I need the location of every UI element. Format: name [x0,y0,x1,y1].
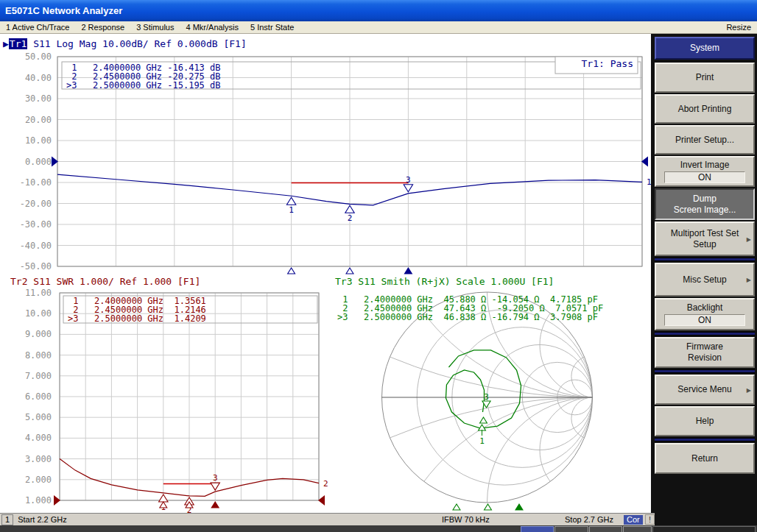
softkey-separator [655,369,755,373]
tr2-y-label: 4.000 [6,433,52,443]
softkey-separator [655,438,755,441]
taskbar-segment[interactable] [623,526,652,532]
tr1-y-label: 40.00 [6,73,52,83]
active-trace-arrow-icon: ▶ [3,38,9,49]
tr2-y-label: 6.000 [6,391,52,402]
window-titlebar[interactable]: E5071C Network Analyzer [0,0,757,21]
tr1-y-label: -30.00 [6,219,52,230]
menu-mkr-analysis[interactable]: 4 Mkr/Analysis [180,23,244,32]
tr2-y-label: 11.00 [6,288,52,298]
softkey-help[interactable]: Help [655,406,755,436]
softkey-backlight[interactable]: Backlight ON [655,298,755,330]
softkey-invert-image[interactable]: Invert Image ON [655,156,755,187]
window-title: E5071C Network Analyzer [5,5,122,16]
tr1-y-label: -40.00 [6,241,52,251]
tr2-header[interactable]: Tr2 S11 SWR 1.000/ Ref 1.000 [F1] [10,276,200,287]
menu-instr-state[interactable]: 5 Instr State [244,23,300,32]
instrument-screen: E5071C Network Analyzer 1 Active Ch/Trac… [0,0,757,532]
tr1-y-label: 0.000 [6,157,52,167]
svg-text:1: 1 [289,205,294,215]
tr1-marker-row-3: >3 2.5000000 GHz -15.195 dB [66,81,221,90]
status-bar: 1 Start 2.2 GHz IFBW 70 kHz Stop 2.7 GHz… [0,513,655,525]
taskbar-clock-segment [652,526,756,532]
submenu-arrow-icon: ▶ [747,274,751,285]
tr1-pass-status: Tr1: Pass [560,58,633,69]
svg-text:1: 1 [479,436,485,446]
tr2-y-label: 1.000 [6,495,52,506]
menu-bar: 1 Active Ch/Trace 2 Response 3 Stimulus … [0,21,757,34]
ifbw-readout: IFBW 70 kHz [442,515,490,524]
invert-image-state: ON [664,171,745,183]
tr1-y-label: 20.00 [6,115,52,125]
tr2-y-label: 9.000 [6,329,52,339]
tr1-y-label: -10.00 [6,177,52,188]
svg-text:2: 2 [348,213,353,223]
softkey-dump-screen-image[interactable]: Dump Screen Image... [655,188,755,220]
start-frequency: Start 2.2 GHz [18,515,67,524]
tr1-y-label: 50.00 [6,52,52,62]
taskbar-segment[interactable] [589,526,622,532]
submenu-arrow-icon: ▶ [747,384,751,395]
channel-number-badge: 1 [1,514,13,525]
stop-frequency: Stop 2.7 GHz [565,515,613,524]
tr1-y-label: -20.00 [6,199,52,209]
submenu-arrow-icon: ▶ [747,233,751,244]
tr2-y-label: 10.00 [6,308,52,319]
tr2-y-label: 7.000 [6,371,52,381]
tr2-y-label: 8.000 [6,350,52,361]
svg-text:3: 3 [213,473,218,483]
softkey-abort-printing[interactable]: Abort Printing [655,94,755,124]
tr1-header[interactable]: ▶Tr1 S11 Log Mag 10.00dB/ Ref 0.000dB [F… [3,38,247,49]
warning-badge: ! [645,514,655,525]
svg-text:3: 3 [484,392,489,402]
softkey-printer-setup[interactable]: Printer Setup... [655,125,755,155]
softkey-separator [655,258,755,261]
svg-text:3: 3 [406,175,411,185]
softkey-menu: System Print Abort Printing Printer Setu… [651,34,757,532]
taskbar-segment[interactable] [521,526,554,532]
softkey-misc-setup[interactable]: Misc Setup ▶ [655,263,755,297]
softkey-multiport-test-set-setup[interactable]: Multiport Test Set Setup ▶ [655,221,755,256]
svg-text:2: 2 [323,479,328,489]
softkey-firmware-revision[interactable]: Firmware Revision [655,337,755,368]
graph-area: 1231123231 ▶Tr1 S11 Log Mag 10.00dB/ Ref… [0,34,651,513]
softkey-system[interactable]: System [655,37,755,60]
backlight-state: ON [664,314,745,326]
tr2-y-label: 2.000 [6,475,52,485]
tr1-y-label: 30.00 [6,93,52,104]
menu-response[interactable]: 2 Response [75,23,130,32]
tr1-y-label: 10.00 [6,135,52,146]
os-taskbar-strip [0,525,757,532]
menu-stimulus[interactable]: 3 Stimulus [130,23,180,32]
softkey-return[interactable]: Return [655,443,755,474]
tr2-y-label: 3.000 [6,454,52,464]
softkey-separator [655,332,755,336]
tr1-y-label: -50.00 [6,261,52,272]
tr2-y-label: 5.000 [6,412,52,422]
tr1-chip: Tr1 [9,38,27,49]
menu-resize[interactable]: Resize [720,23,757,32]
tr2-marker-row-3: >3 2.5000000 GHz 1.4209 [68,314,206,323]
tr3-marker-row-3: >3 2.5000000 GHz 46.838 Ω -16.794 Ω 3.79… [337,313,598,322]
tr3-header[interactable]: Tr3 S11 Smith (R+jX) Scale 1.000U [F1] [335,276,554,287]
correction-status-badge: Cor [624,515,643,525]
menu-active-ch-trace[interactable]: 1 Active Ch/Trace [0,23,75,32]
softkey-print[interactable]: Print [655,63,755,93]
plots-canvas: 1231123231 [0,34,651,513]
taskbar-segment[interactable] [554,526,588,532]
softkey-service-menu[interactable]: Service Menu ▶ [655,375,755,405]
